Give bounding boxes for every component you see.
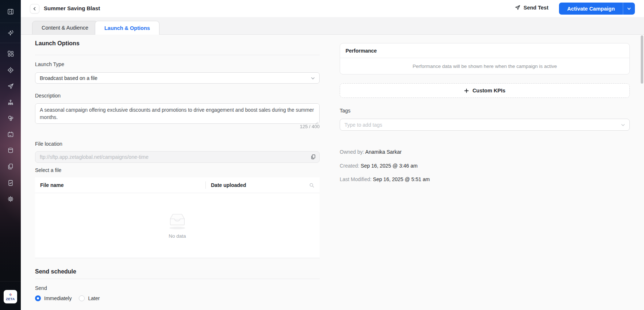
assets-icon[interactable] xyxy=(0,162,21,171)
launch-options-heading: Launch Options xyxy=(35,40,80,47)
owned-by-label: Owned by: xyxy=(340,149,364,155)
file-table-empty-state: No data xyxy=(35,193,320,258)
modified-label: Last Modified: xyxy=(340,176,371,182)
chevron-left-icon xyxy=(32,7,37,11)
file-table-header: File name Date uploaded xyxy=(35,177,320,193)
launch-options-panel: Launch Options Launch Type Broadcast bas… xyxy=(35,35,320,310)
radio-immediately[interactable]: Immediately xyxy=(35,295,72,301)
send-schedule-heading: Send schedule xyxy=(35,268,76,275)
chevron-down-icon xyxy=(621,122,625,129)
activate-campaign-caret-button[interactable] xyxy=(623,3,635,15)
campaigns-icon[interactable] xyxy=(0,82,21,91)
no-data-text: No data xyxy=(169,233,186,239)
file-location-field xyxy=(35,151,320,163)
paper-plane-icon xyxy=(514,4,521,11)
dashboard-icon[interactable] xyxy=(0,49,21,58)
plus-icon xyxy=(464,88,469,93)
modified-row: Last Modified: Sep 16, 2025 @ 5:51 am xyxy=(340,176,430,182)
reports-icon[interactable] xyxy=(0,179,21,187)
radio-immediately-label: Immediately xyxy=(44,295,72,301)
description-textarea[interactable]: A seasonal campaign offering exclusive d… xyxy=(35,103,320,124)
radio-unselected-icon xyxy=(79,295,85,301)
tab-content-audience[interactable]: Content & Audience xyxy=(32,21,98,34)
custom-kpis-button[interactable]: Custom KPIs xyxy=(340,83,630,98)
app-window: ZETA Summer Saving Blast Send Test Activ… xyxy=(0,0,644,310)
description-label: Description xyxy=(35,93,61,99)
journeys-icon[interactable] xyxy=(0,98,21,107)
radio-selected-icon xyxy=(35,295,41,301)
main-sidebar: ZETA xyxy=(0,0,21,310)
back-button[interactable] xyxy=(30,4,39,14)
collapse-sidebar-icon[interactable] xyxy=(0,7,21,16)
created-value: Sep 16, 2025 @ 3:46 am xyxy=(361,163,418,169)
data-icon[interactable] xyxy=(0,146,21,155)
custom-kpis-label: Custom KPIs xyxy=(473,88,505,93)
sidebar-separator xyxy=(0,281,21,282)
column-header-file-name: File name xyxy=(35,182,205,188)
activate-campaign-button[interactable]: Activate Campaign xyxy=(559,3,623,15)
settings-icon[interactable] xyxy=(0,195,21,203)
scrollbar-thumb[interactable] xyxy=(641,35,643,84)
file-location-label: File location xyxy=(35,141,62,147)
copy-icon[interactable] xyxy=(310,154,316,161)
tags-label: Tags xyxy=(340,108,351,114)
calendar-icon[interactable] xyxy=(0,130,21,139)
search-icon[interactable] xyxy=(309,183,315,188)
column-header-date-uploaded: Date uploaded xyxy=(206,182,309,188)
performance-heading: Performance xyxy=(340,43,629,58)
created-row: Created: Sep 16, 2025 @ 3:46 am xyxy=(340,163,417,169)
radio-later-label: Later xyxy=(88,295,100,301)
page-title: Summer Saving Blast xyxy=(44,5,100,11)
char-counter: 125 / 400 xyxy=(300,124,320,129)
launch-type-select[interactable]: Broadcast based on a file xyxy=(35,72,320,84)
activate-campaign-button-group: Activate Campaign xyxy=(559,3,635,15)
chevron-down-icon xyxy=(627,7,631,11)
radio-later[interactable]: Later xyxy=(79,295,100,301)
tab-bar: Content & Audience Launch & Options xyxy=(21,17,644,35)
audiences-icon[interactable] xyxy=(0,114,21,123)
send-label: Send xyxy=(35,285,47,291)
tab-launch-options[interactable]: Launch & Options xyxy=(95,21,159,35)
modified-value: Sep 16, 2025 @ 5:51 am xyxy=(373,176,430,182)
owned-by-value: Anamika Sarkar xyxy=(365,149,402,155)
file-location-input xyxy=(35,151,320,163)
performance-empty-text: Performance data will be shown here when… xyxy=(340,58,629,74)
tags-input[interactable] xyxy=(340,119,630,131)
owned-by-row: Owned by: Anamika Sarkar xyxy=(340,149,402,155)
sidebar-separator xyxy=(0,43,21,43)
send-test-button[interactable]: Send Test xyxy=(514,4,548,11)
zeta-diamond-icon xyxy=(8,292,14,297)
send-options: Immediately Later xyxy=(35,295,100,301)
select-file-label: Select a file xyxy=(35,167,61,173)
goals-icon[interactable] xyxy=(0,66,21,74)
section-divider xyxy=(35,279,320,279)
created-label: Created: xyxy=(340,163,359,169)
chevron-down-icon xyxy=(311,76,315,82)
zeta-logo-text: ZETA xyxy=(6,297,15,301)
launch-type-value: Broadcast based on a file xyxy=(40,75,97,81)
send-test-label: Send Test xyxy=(524,5,548,11)
empty-inbox-icon xyxy=(167,213,188,230)
ai-assistant-icon[interactable] xyxy=(0,28,21,37)
campaign-summary-panel: Performance Performance data will be sho… xyxy=(340,35,630,310)
performance-card: Performance Performance data will be sho… xyxy=(340,43,630,74)
section-divider xyxy=(35,55,320,55)
sidebar-separator xyxy=(0,23,21,23)
top-header: Summer Saving Blast Send Test Activate C… xyxy=(21,0,644,17)
zeta-logo[interactable]: ZETA xyxy=(4,290,17,303)
tags-field xyxy=(340,119,630,131)
launch-type-label: Launch Type xyxy=(35,61,64,67)
